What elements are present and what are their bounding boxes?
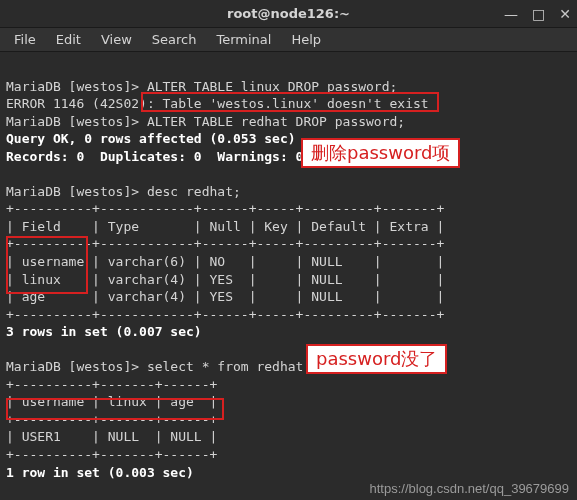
prompt: MariaDB [westos]>	[6, 79, 147, 94]
menu-view[interactable]: View	[93, 30, 140, 49]
result-text: 3 rows in set (0.007 sec)	[6, 324, 202, 339]
result-text: Query OK, 0 rows affected (0.053 sec)	[6, 131, 296, 146]
result-text: 1 row in set (0.003 sec)	[6, 465, 194, 480]
table-row: | age | varchar(4) | YES | | NULL | |	[6, 289, 444, 304]
prompt: MariaDB [westos]>	[6, 184, 147, 199]
menu-edit[interactable]: Edit	[48, 30, 89, 49]
table-row: | username | varchar(6) | NO | | NULL | …	[6, 254, 444, 269]
watermark: https://blog.csdn.net/qq_39679699	[370, 481, 570, 496]
terminal-output[interactable]: MariaDB [westos]> ALTER TABLE linux DROP…	[0, 52, 577, 500]
result-text: Records: 0 Duplicates: 0 Warnings: 0	[6, 149, 303, 164]
menu-search[interactable]: Search	[144, 30, 205, 49]
cmd-text: ALTER TABLE linux DROP password;	[147, 79, 397, 94]
table-border: +----------+------------+------+-----+--…	[6, 201, 444, 216]
cmd-text: select * from redhat;	[147, 359, 311, 374]
table-border: +----------+------------+------+-----+--…	[6, 236, 444, 251]
annotation-label-1: 删除password项	[301, 138, 460, 168]
menu-help[interactable]: Help	[283, 30, 329, 49]
table-border: +----------+------------+------+-----+--…	[6, 307, 444, 322]
table-row: | USER1 | NULL | NULL |	[6, 429, 217, 444]
window-title: root@node126:~	[227, 6, 350, 21]
table-header: | username | linux | age |	[6, 394, 217, 409]
table-border: +----------+-------+------+	[6, 412, 217, 427]
error-text: ERROR 1146 (42S02): Table 'westos.linux'…	[6, 96, 429, 111]
close-icon[interactable]: ✕	[559, 7, 571, 21]
prompt: MariaDB [westos]>	[6, 114, 147, 129]
cmd-text: ALTER TABLE redhat DROP password;	[147, 114, 405, 129]
cmd-text: desc redhat;	[147, 184, 241, 199]
table-row: | linux | varchar(4) | YES | | NULL | |	[6, 272, 444, 287]
table-border: +----------+-------+------+	[6, 447, 217, 462]
table-header: | Field | Type | Null | Key | Default | …	[6, 219, 444, 234]
titlebar: root@node126:~ — □ ✕	[0, 0, 577, 28]
menu-terminal[interactable]: Terminal	[208, 30, 279, 49]
menubar: File Edit View Search Terminal Help	[0, 28, 577, 52]
maximize-icon[interactable]: □	[532, 7, 545, 21]
table-border: +----------+-------+------+	[6, 377, 217, 392]
prompt: MariaDB [westos]>	[6, 359, 147, 374]
menu-file[interactable]: File	[6, 30, 44, 49]
minimize-icon[interactable]: —	[504, 7, 518, 21]
window-controls: — □ ✕	[504, 7, 571, 21]
annotation-label-2: password没了	[306, 344, 447, 374]
